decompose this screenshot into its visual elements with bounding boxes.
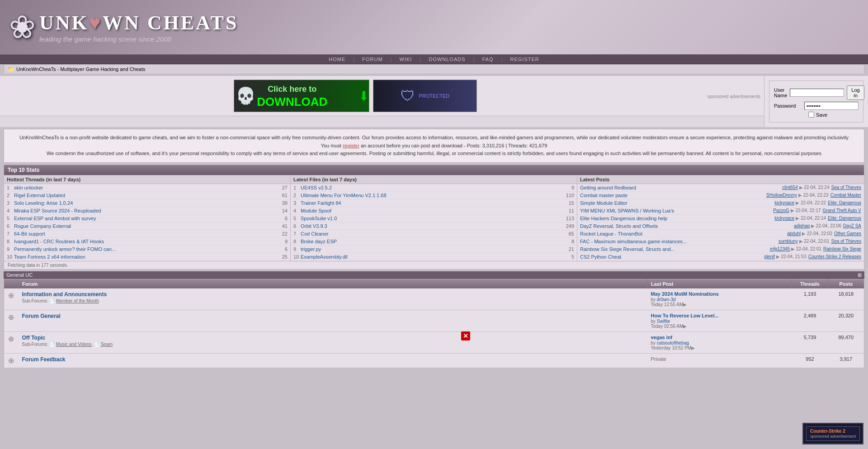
post-user-link[interactable]: SHxilowDrexny <box>766 193 797 198</box>
list-item: Elite Hackers Dangerous decoding help ki… <box>577 215 864 222</box>
post-title-link[interactable]: Rainbow Six Siege Reversal, Structs and.… <box>580 246 768 252</box>
file-count: 11 <box>569 208 574 213</box>
post-title-link[interactable]: Rocket League - ThoramBot <box>580 231 785 236</box>
password-row: Password <box>774 102 859 110</box>
post-user-link[interactable]: mfg12345 <box>770 246 790 251</box>
threads-td: 5,739 <box>792 331 828 353</box>
thread-link[interactable]: Miraka ESP Source 2024 - Reuploaded <box>14 208 280 213</box>
last-post-by: by catsoutofthebag <box>651 340 689 345</box>
login-button[interactable]: Log in <box>847 85 864 100</box>
thread-link[interactable]: Permanently unlock armor? their FOMO can… <box>14 246 283 252</box>
thread-num: 1 <box>7 185 14 190</box>
post-user-link[interactable]: sumbluny <box>778 239 798 244</box>
file-link[interactable]: Cod Cleaner <box>301 231 567 236</box>
post-category-link[interactable]: DayZ SA <box>843 223 861 228</box>
forum-tbody: ⊕ Information and Announcements Sub-Foru… <box>4 288 864 368</box>
download-banner[interactable]: 💀 Click here to DOWNLOAD ⬇ <box>234 80 369 112</box>
latest-posts-list: Getting around Redbeard clint654 ▶ 22-04… <box>577 184 864 261</box>
thread-link[interactable]: skin unlocker <box>14 185 280 190</box>
last-post-user-link[interactable]: catsoutofthebag <box>657 340 689 345</box>
last-post-td: vegas inf by catsoutofthebag Yesterday 1… <box>647 331 792 353</box>
post-category-link[interactable]: Counter-Strike 2 Releases <box>808 254 861 259</box>
file-link[interactable]: Broke dayz ESP <box>301 239 570 244</box>
file-link[interactable]: ExampleAssembly.dll <box>301 254 570 260</box>
file-count: 5 <box>571 254 574 260</box>
post-time: 22-04, 22:01 <box>804 239 829 244</box>
thread-link[interactable]: External ESP and Aimbot with survey <box>14 216 283 221</box>
file-link[interactable]: trigger.py <box>301 246 567 252</box>
nav-wiki[interactable]: WIKI <box>393 56 419 63</box>
post-user-link[interactable]: glenif <box>764 254 775 259</box>
post-arrow-icon: ▶ <box>811 223 815 228</box>
thread-link[interactable]: Rogue Company External <box>14 223 280 229</box>
table-row: ⊕ Forum General How To Reverse Low Level… <box>4 310 864 331</box>
post-category-link[interactable]: Elite: Dangerous <box>828 216 861 221</box>
post-user-link[interactable]: adishaq <box>794 223 810 228</box>
password-input[interactable] <box>804 102 859 110</box>
forum-name-link[interactable]: Off Topic <box>22 335 46 341</box>
thread-link[interactable]: Rigel External Updated <box>14 193 280 198</box>
file-link[interactable]: SpookSuite v1.0 <box>301 216 564 221</box>
post-title-link[interactable]: Elite Hackers Dangerous decoding help <box>580 216 773 221</box>
thread-link[interactable]: 64-Bit support <box>14 231 280 236</box>
post-title-link[interactable]: YIM MENU XML SPAWNS / Working Lua's <box>580 208 771 213</box>
last-post-link[interactable]: How To Reverse Low Level... <box>651 313 719 318</box>
nav-register[interactable]: REGISTER <box>504 56 546 63</box>
save-checkbox[interactable] <box>808 112 814 118</box>
last-post-user-link[interactable]: Swiftie <box>657 319 670 324</box>
post-title-link[interactable]: Simple Module Editor <box>580 200 773 206</box>
post-user-link[interactable]: clint654 <box>782 185 797 190</box>
stats-header: Top 10 Stats <box>4 165 864 175</box>
post-category-link[interactable]: Grand Theft Auto V <box>823 208 861 213</box>
subforum-link[interactable]: Member of the Month <box>56 298 99 303</box>
list-item: DayZ Reversal, Structs and Offsets adish… <box>577 222 864 230</box>
nav-faq[interactable]: FAQ <box>476 56 500 63</box>
post-user-link[interactable]: PazzoG <box>773 208 789 213</box>
post-title-link[interactable]: FAC - Maximum simultaneous game instance… <box>580 239 777 244</box>
forum-name-link[interactable]: Forum Feedback <box>22 356 66 363</box>
subforum-link[interactable]: Music and Videos <box>56 342 92 347</box>
post-user-link[interactable]: kickyoace <box>774 200 794 205</box>
forum-name-link[interactable]: Forum General <box>22 313 61 319</box>
file-link[interactable]: Ultimate Menu For YimMenu V2.1.1.68 <box>301 193 564 198</box>
thread-num: 4 <box>7 208 14 213</box>
forum-name-link[interactable]: Information and Announcements <box>22 291 107 298</box>
username-input[interactable] <box>790 89 844 97</box>
file-num: 9 <box>293 246 301 252</box>
thread-link[interactable]: Ivanguard1 - CRC Routines & IAT Hooks <box>14 239 283 244</box>
thread-link[interactable]: Team Fortress 2 x64 information <box>14 254 280 260</box>
file-link[interactable]: Module Spoof <box>301 208 567 213</box>
security-banner[interactable]: 🛡 PROTECTED <box>373 80 477 112</box>
latest-files-col: Latest Files (in last 7 days) 1UE4SS v2.… <box>291 175 577 261</box>
register-link[interactable]: register <box>343 143 359 148</box>
last-post-link[interactable]: May 2024 MotM Nominations <box>651 291 719 297</box>
thread-num: 10 <box>7 254 14 260</box>
popup-close-button[interactable]: ✕ <box>461 331 470 340</box>
file-link[interactable]: Trainer Farlight 84 <box>301 200 567 206</box>
file-count: 15 <box>569 200 574 206</box>
forum-collapse-bar[interactable]: General UC ⊞ <box>4 271 864 279</box>
post-title-link[interactable]: Getting around Redbeard <box>580 185 780 190</box>
post-category-link[interactable]: Sea of Thieves <box>831 239 861 244</box>
posts-td: 20,320 <box>828 310 864 331</box>
post-category-link[interactable]: Sea of Thieves <box>831 185 861 190</box>
post-category-link[interactable]: Combat Master <box>830 193 861 198</box>
post-category-link[interactable]: Elite: Dangerous <box>828 200 861 205</box>
file-link[interactable]: Orbit V3.9.3 <box>301 223 564 229</box>
post-title-link[interactable]: DayZ Reversal, Structs and Offsets <box>580 223 792 229</box>
subforum-link[interactable]: Spam <box>101 342 113 347</box>
nav-home[interactable]: HOME <box>322 56 352 63</box>
nav-forum[interactable]: FORUM <box>356 56 389 63</box>
post-user-link[interactable]: abduhl <box>787 231 801 236</box>
file-link[interactable]: UE4SS v2.5.2 <box>301 185 570 190</box>
last-post-link[interactable]: vegas inf <box>651 335 673 340</box>
post-title-link[interactable]: CS2 Python Cheat <box>580 254 762 260</box>
thread-link[interactable]: Solo Leveling: Arise 1.0.24 <box>14 200 280 206</box>
post-category-link[interactable]: Other Games <box>834 231 861 236</box>
last-post-user-link[interactable]: dr0wn-3d <box>657 297 676 302</box>
post-category-link[interactable]: Rainbow Six Siege <box>823 246 861 251</box>
post-title-link[interactable]: Combat master paste <box>580 193 764 198</box>
nav-downloads[interactable]: DOWNLOADS <box>422 56 472 63</box>
security-text: PROTECTED <box>419 93 449 99</box>
post-user-link[interactable]: kickyoace <box>774 216 794 221</box>
